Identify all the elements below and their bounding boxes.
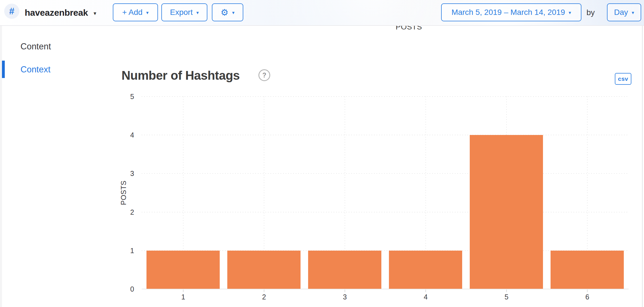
- y-tick-label: 0: [112, 285, 134, 293]
- x-tick-mark: [264, 290, 264, 292]
- h-gridline: [142, 212, 629, 212]
- x-tick-mark: [587, 290, 588, 292]
- h-gridline: [142, 96, 629, 97]
- app-root: POSTS # haveazenbreak ▾ + Add ▾ Export ▾…: [0, 0, 644, 307]
- add-button[interactable]: + Add ▾: [113, 3, 158, 21]
- y-tick-label: 3: [112, 169, 134, 178]
- h-gridline: [142, 135, 629, 135]
- x-tick-label: 4: [406, 293, 445, 301]
- y-tick-label: 2: [112, 208, 134, 216]
- account-dropdown[interactable]: haveazenbreak ▾: [25, 0, 96, 25]
- bar-chart: POSTS 012345123456: [0, 0, 644, 307]
- chevron-down-icon: ▾: [94, 9, 97, 17]
- granularity-button[interactable]: Day ▾: [607, 3, 641, 21]
- x-tick-mark: [183, 290, 184, 292]
- chevron-down-icon: ▾: [632, 9, 634, 16]
- settings-button[interactable]: ⚙ ▾: [212, 3, 243, 21]
- x-tick-label: 3: [325, 293, 365, 301]
- export-button[interactable]: Export ▾: [161, 3, 207, 21]
- y-tick-label: 4: [112, 131, 134, 139]
- gear-icon: ⚙: [221, 8, 228, 17]
- x-tick-label: 5: [487, 293, 526, 301]
- h-gridline: [142, 173, 629, 174]
- scroll-divider: [642, 26, 643, 307]
- by-label: by: [586, 0, 595, 25]
- chevron-down-icon: ▾: [569, 9, 571, 16]
- x-tick-label: 6: [568, 293, 607, 301]
- x-tick-mark: [425, 290, 426, 292]
- top-toolbar: # haveazenbreak ▾ + Add ▾ Export ▾ ⚙ ▾ M…: [0, 0, 644, 26]
- bar-2[interactable]: [227, 251, 301, 289]
- bar-3[interactable]: [308, 251, 381, 289]
- hashtag-icon[interactable]: #: [4, 4, 19, 19]
- x-tick-label: 2: [244, 293, 284, 301]
- bar-1[interactable]: [146, 251, 220, 289]
- y-tick-label: 1: [112, 246, 134, 255]
- y-tick-label: 5: [112, 92, 134, 101]
- x-tick-label: 1: [164, 293, 203, 301]
- date-range-button[interactable]: March 5, 2019 – March 14, 2019 ▾: [441, 3, 581, 21]
- x-axis-line: [142, 289, 629, 289]
- chevron-down-icon: ▾: [232, 9, 235, 16]
- x-tick-mark: [506, 290, 507, 292]
- x-tick-mark: [345, 290, 345, 292]
- bar-6[interactable]: [551, 251, 624, 289]
- bar-5[interactable]: [470, 135, 543, 289]
- bar-4[interactable]: [389, 251, 462, 289]
- chevron-down-icon: ▾: [196, 9, 199, 16]
- y-axis-title: POSTS: [120, 180, 128, 205]
- account-name: haveazenbreak: [25, 8, 88, 18]
- chevron-down-icon: ▾: [146, 9, 149, 16]
